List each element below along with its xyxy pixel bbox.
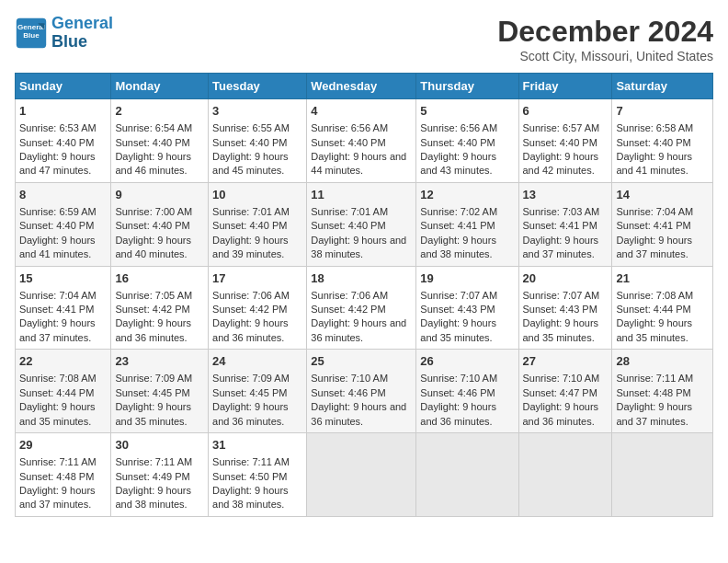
cell-info: Sunset: 4:42 PM xyxy=(212,303,302,316)
cell-info: Sunrise: 7:06 AM xyxy=(311,289,412,303)
day-number: 17 xyxy=(212,270,302,287)
cell-info: Sunset: 4:41 PM xyxy=(19,303,107,316)
cell-info: Daylight: 9 hours and 36 minutes. xyxy=(523,400,609,429)
calendar-cell: 22Sunrise: 7:08 AMSunset: 4:44 PMDayligh… xyxy=(16,350,111,433)
calendar-subtitle: Scott City, Missouri, United States xyxy=(497,49,713,63)
cell-info: Daylight: 9 hours and 41 minutes. xyxy=(19,234,107,262)
calendar-cell: 19Sunrise: 7:07 AMSunset: 4:43 PMDayligh… xyxy=(416,266,518,350)
day-number: 28 xyxy=(616,353,709,370)
calendar-cell: 25Sunrise: 7:10 AMSunset: 4:46 PMDayligh… xyxy=(307,350,416,433)
cell-info: Sunset: 4:40 PM xyxy=(420,136,514,150)
cell-info: Sunrise: 7:10 AM xyxy=(420,372,514,385)
cell-info: Sunset: 4:41 PM xyxy=(420,219,514,233)
cell-info: Sunrise: 7:10 AM xyxy=(523,372,609,385)
cell-info: Daylight: 9 hours and 36 minutes. xyxy=(212,316,302,345)
cell-info: Sunrise: 7:00 AM xyxy=(115,205,204,219)
day-number: 27 xyxy=(523,353,609,370)
cell-info: Daylight: 9 hours and 44 minutes. xyxy=(311,150,412,178)
cell-info: Sunrise: 6:58 AM xyxy=(616,121,709,135)
cell-info: Sunrise: 6:53 AM xyxy=(19,121,107,135)
cell-info: Daylight: 9 hours and 36 minutes. xyxy=(115,316,204,345)
calendar-week-2: 8Sunrise: 6:59 AMSunset: 4:40 PMDaylight… xyxy=(16,182,713,266)
day-number: 2 xyxy=(115,103,204,120)
cell-info: Sunrise: 7:02 AM xyxy=(420,205,514,219)
calendar-cell xyxy=(612,433,713,517)
cell-info: Sunrise: 7:07 AM xyxy=(420,289,514,303)
calendar-cell xyxy=(307,433,416,517)
cell-info: Sunrise: 7:07 AM xyxy=(523,289,609,303)
cell-info: Daylight: 9 hours and 38 minutes. xyxy=(311,234,412,262)
calendar-cell: 23Sunrise: 7:09 AMSunset: 4:45 PMDayligh… xyxy=(111,350,209,433)
day-number: 24 xyxy=(212,353,302,370)
cell-info: Sunset: 4:43 PM xyxy=(420,303,514,316)
cell-info: Sunset: 4:42 PM xyxy=(115,303,204,316)
calendar-week-1: 1Sunrise: 6:53 AMSunset: 4:40 PMDaylight… xyxy=(16,99,713,183)
calendar-cell: 17Sunrise: 7:06 AMSunset: 4:42 PMDayligh… xyxy=(209,266,307,350)
calendar-cell: 13Sunrise: 7:03 AMSunset: 4:41 PMDayligh… xyxy=(518,182,612,266)
cell-info: Daylight: 9 hours and 35 minutes. xyxy=(19,400,107,429)
cell-info: Sunset: 4:41 PM xyxy=(523,219,609,233)
day-number: 11 xyxy=(311,187,412,203)
cell-info: Sunset: 4:44 PM xyxy=(616,303,709,316)
cell-info: Daylight: 9 hours and 43 minutes. xyxy=(420,150,514,178)
calendar-cell: 11Sunrise: 7:01 AMSunset: 4:40 PMDayligh… xyxy=(307,182,416,266)
cell-info: Sunrise: 7:05 AM xyxy=(115,289,204,303)
cell-info: Sunset: 4:44 PM xyxy=(19,386,107,400)
cell-info: Sunrise: 6:57 AM xyxy=(523,121,609,135)
day-number: 15 xyxy=(19,270,107,287)
day-number: 29 xyxy=(19,437,107,454)
calendar-cell: 12Sunrise: 7:02 AMSunset: 4:41 PMDayligh… xyxy=(416,182,518,266)
calendar-header-friday: Friday xyxy=(518,74,612,99)
calendar-header-saturday: Saturday xyxy=(612,74,713,99)
day-number: 4 xyxy=(311,103,412,120)
day-number: 8 xyxy=(19,187,107,203)
calendar-cell: 18Sunrise: 7:06 AMSunset: 4:42 PMDayligh… xyxy=(307,266,416,350)
calendar-week-5: 29Sunrise: 7:11 AMSunset: 4:48 PMDayligh… xyxy=(16,433,713,517)
calendar-cell: 1Sunrise: 6:53 AMSunset: 4:40 PMDaylight… xyxy=(16,99,111,183)
cell-info: Sunset: 4:40 PM xyxy=(19,136,107,150)
cell-info: Daylight: 9 hours and 45 minutes. xyxy=(212,150,302,178)
calendar-cell: 9Sunrise: 7:00 AMSunset: 4:40 PMDaylight… xyxy=(111,182,209,266)
cell-info: Sunset: 4:48 PM xyxy=(19,470,107,484)
calendar-cell: 31Sunrise: 7:11 AMSunset: 4:50 PMDayligh… xyxy=(209,433,307,517)
cell-info: Daylight: 9 hours and 38 minutes. xyxy=(420,234,514,262)
calendar-cell: 26Sunrise: 7:10 AMSunset: 4:46 PMDayligh… xyxy=(416,350,518,433)
cell-info: Daylight: 9 hours and 46 minutes. xyxy=(115,150,204,178)
cell-info: Sunrise: 7:04 AM xyxy=(19,289,107,303)
day-number: 6 xyxy=(523,103,609,120)
calendar-week-4: 22Sunrise: 7:08 AMSunset: 4:44 PMDayligh… xyxy=(16,350,713,433)
cell-info: Sunrise: 7:09 AM xyxy=(115,372,204,385)
cell-info: Daylight: 9 hours and 37 minutes. xyxy=(616,400,709,429)
cell-info: Sunrise: 7:11 AM xyxy=(115,455,204,469)
cell-info: Sunrise: 7:08 AM xyxy=(19,372,107,385)
cell-info: Sunset: 4:40 PM xyxy=(115,219,204,233)
cell-info: Sunrise: 6:56 AM xyxy=(311,121,412,135)
cell-info: Sunrise: 7:04 AM xyxy=(616,205,709,219)
calendar-cell: 4Sunrise: 6:56 AMSunset: 4:40 PMDaylight… xyxy=(307,99,416,183)
cell-info: Sunset: 4:40 PM xyxy=(212,136,302,150)
cell-info: Sunset: 4:43 PM xyxy=(523,303,609,316)
calendar-header-tuesday: Tuesday xyxy=(209,74,307,99)
day-number: 30 xyxy=(115,437,204,454)
day-number: 26 xyxy=(420,353,514,370)
cell-info: Sunset: 4:46 PM xyxy=(420,386,514,400)
cell-info: Sunset: 4:40 PM xyxy=(311,219,412,233)
day-number: 19 xyxy=(420,270,514,287)
day-number: 1 xyxy=(19,103,107,120)
calendar-body: 1Sunrise: 6:53 AMSunset: 4:40 PMDaylight… xyxy=(16,99,713,517)
calendar-cell: 14Sunrise: 7:04 AMSunset: 4:41 PMDayligh… xyxy=(612,182,713,266)
day-number: 23 xyxy=(115,353,204,370)
cell-info: Sunset: 4:42 PM xyxy=(311,303,412,316)
day-number: 3 xyxy=(212,103,302,120)
cell-info: Daylight: 9 hours and 37 minutes. xyxy=(19,484,107,512)
cell-info: Sunrise: 7:06 AM xyxy=(212,289,302,303)
calendar-header-row: SundayMondayTuesdayWednesdayThursdayFrid… xyxy=(16,74,713,99)
cell-info: Sunrise: 7:11 AM xyxy=(19,455,107,469)
calendar-cell: 5Sunrise: 6:56 AMSunset: 4:40 PMDaylight… xyxy=(416,99,518,183)
day-number: 16 xyxy=(115,270,204,287)
calendar-cell: 21Sunrise: 7:08 AMSunset: 4:44 PMDayligh… xyxy=(612,266,713,350)
cell-info: Sunrise: 6:54 AM xyxy=(115,121,204,135)
calendar-cell: 2Sunrise: 6:54 AMSunset: 4:40 PMDaylight… xyxy=(111,99,209,183)
calendar-header-wednesday: Wednesday xyxy=(307,74,416,99)
cell-info: Sunrise: 6:56 AM xyxy=(420,121,514,135)
